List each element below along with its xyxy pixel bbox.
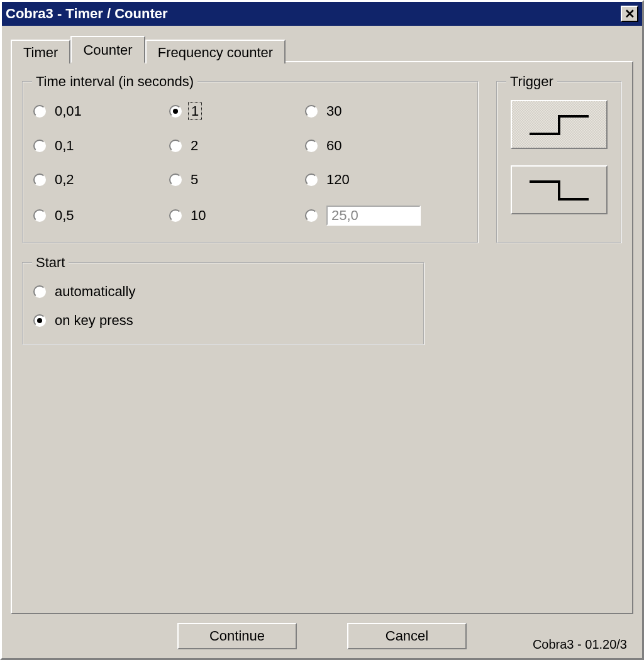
dialog-footer: Continue Cancel Cobra3 - 01.20/3 [11, 614, 633, 658]
radio-label: 0,1 [55, 138, 74, 154]
radio-label: 0,01 [55, 103, 82, 119]
radio-time-custom[interactable] [305, 206, 437, 226]
start-options: automatically on key press [32, 281, 414, 333]
radio-icon [305, 140, 318, 152]
radio-icon [33, 209, 46, 222]
button-label: Cancel [386, 628, 428, 644]
group-legend: Trigger [506, 74, 557, 90]
radio-start-on-key-press[interactable]: on key press [33, 312, 413, 329]
radio-label: on key press [55, 312, 133, 329]
close-icon: ✕ [625, 8, 635, 20]
tabstrip: Timer Counter Frequency counter [11, 35, 633, 61]
radio-icon [169, 209, 182, 222]
radio-icon [33, 140, 46, 152]
custom-time-input[interactable] [326, 206, 421, 226]
radio-time-30[interactable]: 30 [305, 102, 437, 120]
rising-edge-icon [525, 109, 594, 140]
group-legend: Time interval (in seconds) [32, 74, 197, 90]
radio-icon [33, 105, 46, 118]
client-area: Timer Counter Frequency counter Time int… [2, 26, 642, 658]
tab-label: Frequency counter [158, 45, 273, 60]
radio-time-2[interactable]: 2 [169, 138, 301, 154]
radio-label: 60 [326, 138, 341, 154]
falling-edge-icon [525, 174, 594, 206]
radio-icon [33, 314, 46, 327]
radio-time-5[interactable]: 5 [169, 172, 301, 188]
tab-frequency-counter[interactable]: Frequency counter [145, 40, 286, 63]
version-label: Cobra3 - 01.20/3 [533, 637, 627, 652]
radio-icon [305, 209, 318, 222]
group-trigger: Trigger [496, 74, 622, 243]
tab-label: Counter [83, 42, 132, 58]
radio-label: 1 [188, 102, 202, 120]
close-button[interactable]: ✕ [621, 6, 638, 22]
radio-start-automatically[interactable]: automatically [33, 283, 413, 300]
tab-label: Timer [23, 45, 58, 60]
radio-icon [33, 173, 46, 186]
cancel-button[interactable]: Cancel [347, 623, 467, 649]
group-time-interval: Time interval (in seconds) 0,01 1 30 [22, 74, 479, 243]
time-interval-grid: 0,01 1 30 0,1 [32, 100, 469, 228]
radio-icon [169, 173, 182, 186]
radio-label: automatically [55, 283, 135, 300]
radio-icon [305, 105, 318, 118]
radio-label: 2 [191, 138, 198, 154]
radio-label: 0,2 [55, 172, 74, 188]
trigger-falling-button[interactable] [511, 165, 608, 214]
radio-label: 10 [191, 207, 206, 224]
radio-label: 5 [191, 172, 198, 188]
titlebar: Cobra3 - Timer / Counter ✕ [2, 2, 642, 26]
top-row: Time interval (in seconds) 0,01 1 30 [22, 74, 622, 255]
radio-time-1[interactable]: 1 [169, 102, 301, 120]
radio-time-120[interactable]: 120 [305, 172, 437, 188]
radio-time-0-2[interactable]: 0,2 [33, 172, 165, 188]
radio-label: 0,5 [55, 207, 74, 224]
radio-label: 120 [326, 172, 350, 188]
radio-icon [169, 105, 182, 118]
tab-page-counter: Time interval (in seconds) 0,01 1 30 [11, 61, 633, 614]
continue-button[interactable]: Continue [177, 623, 297, 649]
radio-icon [33, 285, 46, 298]
radio-time-0-5[interactable]: 0,5 [33, 206, 165, 226]
radio-label: 30 [326, 103, 341, 119]
group-start: Start automatically on key press [22, 255, 425, 345]
tab-counter[interactable]: Counter [70, 36, 145, 63]
radio-icon [305, 173, 318, 186]
trigger-rising-button[interactable] [511, 100, 608, 149]
radio-time-0-1[interactable]: 0,1 [33, 138, 165, 154]
button-label: Continue [209, 628, 265, 644]
tab-timer[interactable]: Timer [11, 40, 70, 63]
radio-time-10[interactable]: 10 [169, 206, 301, 226]
radio-icon [169, 140, 182, 152]
window-title: Cobra3 - Timer / Counter [6, 6, 168, 22]
radio-time-0-01[interactable]: 0,01 [33, 102, 165, 120]
group-legend: Start [32, 255, 69, 271]
radio-time-60[interactable]: 60 [305, 138, 437, 154]
dialog-window: Cobra3 - Timer / Counter ✕ Timer Counter… [0, 0, 644, 660]
